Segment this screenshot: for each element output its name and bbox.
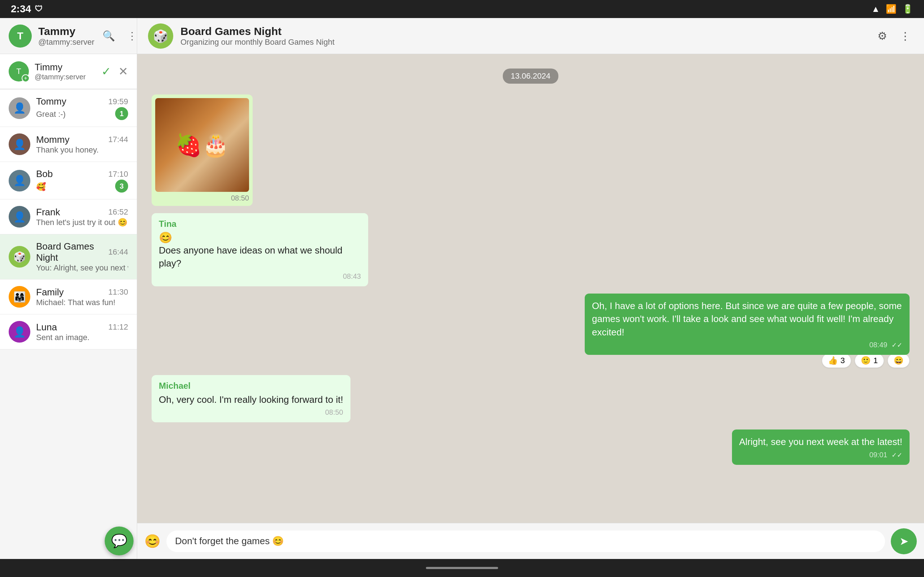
outgoing-text-2: Alright, see you next week at the latest…: [739, 435, 902, 448]
wifi-icon: ▲: [871, 4, 880, 14]
chat-avatar-luna: 👤: [9, 321, 30, 343]
chat-header: 🎲 Board Games Night Organizing our month…: [137, 18, 924, 54]
chat-header-sub: Organizing our monthly Board Games Night: [181, 37, 867, 47]
input-bar: 😊 ➤: [137, 523, 924, 559]
sidebar: T Tammy @tammy:server 🔍 ⋮ T + Timmy @tam…: [0, 18, 137, 559]
double-tick-icon-2: ✓✓: [892, 451, 902, 459]
invite-avatar: T +: [9, 61, 29, 82]
invite-info: Timmy @tammy:server: [35, 62, 96, 81]
chat-time-family: 11:30: [108, 287, 128, 297]
invite-name: Timmy: [35, 62, 96, 73]
tina-message: Tina 😊 Does anyone have ideas on what we…: [152, 213, 368, 286]
chat-header-avatar: 🎲: [148, 23, 173, 49]
shield-icon: 🛡: [35, 4, 43, 14]
user-id: @tammy:server: [38, 37, 95, 47]
invite-accept-button[interactable]: ✓: [102, 64, 111, 78]
chat-name-luna: Luna: [36, 322, 57, 333]
outgoing-text-1: Oh, I have a lot of options here. But si…: [592, 299, 902, 338]
chat-time-bgn: 16:44: [108, 247, 128, 257]
image-time: 08:50: [155, 194, 249, 202]
outgoing-message-1: Oh, I have a lot of options here. But si…: [585, 293, 909, 355]
chat-header-icons: ⚙ ⋮: [874, 28, 913, 44]
emoji-picker-button[interactable]: 😊: [144, 534, 161, 549]
chat-info-tommy: Tommy 19:59 Great :-) 1: [36, 96, 128, 120]
chat-name-bob: Bob: [36, 168, 53, 180]
chat-name-mommy: Mommy: [36, 134, 69, 145]
date-label: 13.06.2024: [503, 69, 558, 84]
chat-item-tommy[interactable]: 👤 Tommy 19:59 Great :-) 1: [0, 89, 137, 127]
tina-text: Does anyone have ideas on what we should…: [159, 244, 361, 270]
chat-item-frank[interactable]: 👤 Frank 16:52 Then let's just try it out…: [0, 200, 137, 234]
chat-preview-mommy: Thank you honey.: [36, 145, 99, 154]
chat-panel: 🎲 Board Games Night Organizing our month…: [137, 18, 924, 559]
signal-icon: 📶: [886, 4, 897, 14]
chat-item-family[interactable]: 👨‍👩‍👧 Family 11:30 Michael: That was fun…: [0, 279, 137, 314]
reaction-add[interactable]: 😄: [888, 353, 909, 368]
badge-bob: 3: [115, 180, 128, 193]
chat-time-luna: 11:12: [108, 322, 128, 332]
time-display: 2:34: [11, 3, 31, 15]
compose-icon: 💬: [111, 533, 128, 548]
chat-preview-luna: Sent an image.: [36, 333, 89, 342]
sidebar-header-icons: 🔍 ⋮: [101, 28, 140, 44]
chat-time-tommy: 19:59: [108, 97, 128, 106]
send-button[interactable]: ➤: [891, 528, 917, 554]
invite-bar: T + Timmy @tammy:server ✓ ✕: [0, 54, 137, 89]
settings-button[interactable]: ⚙: [874, 28, 890, 44]
double-tick-icon: ✓✓: [892, 342, 902, 349]
chat-preview-tommy: Great :-): [36, 110, 66, 119]
chat-info-bgn: Board Games Night 16:44 You: Alright, se…: [36, 241, 128, 272]
michael-sender: Michael: [159, 381, 343, 391]
status-bar: 2:34 🛡 ▲ 📶 🔋: [0, 0, 924, 18]
reaction-thumbs[interactable]: 👍 3: [822, 353, 851, 368]
date-divider: 13.06.2024: [152, 69, 909, 84]
invite-decline-button[interactable]: ✕: [118, 64, 128, 78]
invite-avatar-letter: T: [16, 67, 21, 76]
chat-info-frank: Frank 16:52 Then let's just try it out 😊: [36, 206, 128, 227]
chat-header-avatar-icon: 🎲: [153, 29, 168, 43]
chat-time-frank: 16:52: [108, 207, 128, 217]
chat-avatar-bgn: 🎲: [9, 246, 30, 268]
chat-name-family: Family: [36, 287, 64, 298]
chat-item-luna[interactable]: 👤 Luna 11:12 Sent an image.: [0, 314, 137, 350]
chat-info-bob: Bob 17:10 🥰 3: [36, 168, 128, 193]
michael-message: Michael Oh, very cool. I'm really lookin…: [152, 375, 351, 422]
chat-item-bgn[interactable]: 🎲 Board Games Night 16:44 You: Alright, …: [0, 234, 137, 279]
thumbs-emoji: 👍: [828, 356, 838, 365]
battery-icon: 🔋: [902, 4, 913, 14]
chat-name-frank: Frank: [36, 206, 60, 218]
outgoing-time-1: 08:49 ✓✓: [592, 341, 902, 349]
compose-button[interactable]: 💬: [105, 527, 134, 555]
tina-time: 08:43: [159, 272, 361, 280]
status-bar-right: ▲ 📶 🔋: [871, 4, 913, 14]
food-image: 🍓🎂: [155, 98, 249, 192]
chat-preview-frank: Then let's just try it out 😊: [36, 218, 128, 227]
chat-preview-bob: 🥰: [36, 182, 46, 192]
thumbs-count: 3: [841, 356, 845, 365]
chat-name-tommy: Tommy: [36, 96, 66, 107]
tina-sender: Tina: [159, 219, 361, 229]
chat-item-mommy[interactable]: 👤 Mommy 17:44 Thank you honey.: [0, 127, 137, 162]
michael-text: Oh, very cool. I'm really looking forwar…: [159, 393, 343, 406]
sidebar-header-info: Tammy @tammy:server: [38, 25, 95, 47]
chat-header-name: Board Games Night: [181, 25, 867, 37]
chat-info-mommy: Mommy 17:44 Thank you honey.: [36, 134, 128, 155]
sidebar-header: T Tammy @tammy:server 🔍 ⋮: [0, 18, 137, 54]
chat-info-family: Family 11:30 Michael: That was fun!: [36, 287, 128, 307]
message-input[interactable]: [166, 530, 885, 552]
reaction-smile[interactable]: 🙂 1: [855, 353, 884, 368]
invite-actions: ✓ ✕: [102, 64, 128, 78]
chat-item-bob[interactable]: 👤 Bob 17:10 🥰 3: [0, 162, 137, 200]
search-button[interactable]: 🔍: [101, 28, 117, 44]
reactions-row: 👍 3 🙂 1 😄: [822, 353, 910, 368]
chat-avatar-tommy: 👤: [9, 97, 30, 119]
chat-header-info: Board Games Night Organizing our monthly…: [181, 25, 867, 47]
chat-preview-family: Michael: That was fun!: [36, 298, 115, 307]
outgoing-time-2: 09:01 ✓✓: [739, 451, 902, 459]
chat-name-bgn: Board Games Night: [36, 241, 108, 263]
send-icon: ➤: [900, 535, 908, 548]
smile-emoji: 🙂: [861, 356, 871, 365]
add-reaction-icon: 😄: [894, 356, 903, 365]
chat-more-button[interactable]: ⋮: [897, 28, 913, 44]
status-bar-left: 2:34 🛡: [11, 3, 43, 15]
